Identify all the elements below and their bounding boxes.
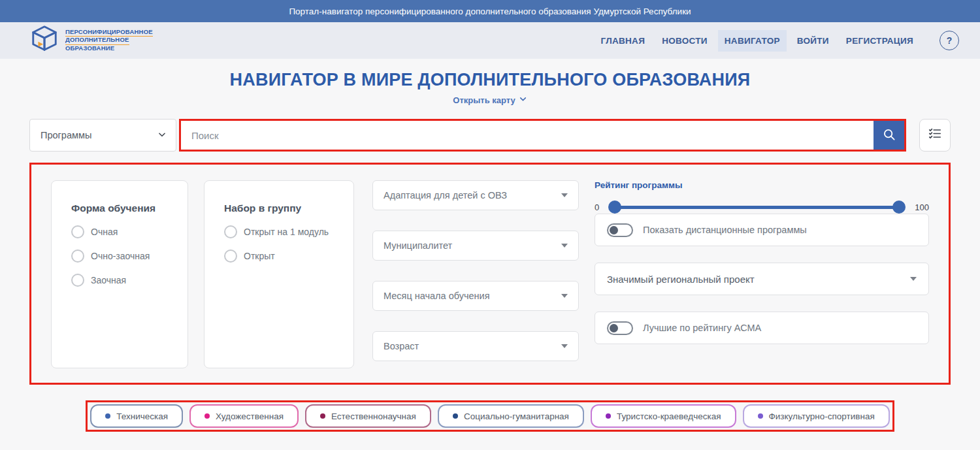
- category-dot-icon: [105, 413, 110, 419]
- slider-min-label: 0: [595, 202, 599, 212]
- category-dot-icon: [758, 413, 763, 419]
- nav-item-label: РЕГИСТРАЦИЯ: [846, 36, 913, 46]
- search-button[interactable]: [874, 121, 904, 150]
- category-chip[interactable]: Социально-гуманитарная: [438, 404, 584, 428]
- nav-item-label: ВОЙТИ: [797, 36, 829, 46]
- rating-filters-column: Рейтинг программы 0 100 Показать дистанц…: [595, 180, 929, 368]
- toggle-knob: [610, 226, 618, 234]
- checklist-view-button[interactable]: [919, 119, 951, 152]
- category-chip[interactable]: Естественнонаучная: [305, 404, 431, 428]
- help-label: ?: [947, 35, 953, 46]
- nav-item-навигатор[interactable]: НАВИГАТОР: [718, 30, 787, 52]
- radio-option[interactable]: Очно-заочная: [71, 249, 174, 263]
- category-chip[interactable]: Художественная: [189, 404, 299, 428]
- caret-down-icon: [910, 277, 917, 281]
- regional-project-label: Значимый региональный проект: [607, 274, 755, 285]
- filter-dropdown[interactable]: Муниципалитет: [372, 231, 579, 261]
- filter-dropdown[interactable]: Месяц начала обучения: [372, 281, 579, 311]
- radio-circle-icon: [71, 274, 84, 287]
- rating-label: Рейтинг программы: [595, 180, 929, 190]
- radio-option-label: Очно-заочная: [91, 251, 150, 261]
- filters-panel-annotation: Форма обучения Очная Очно-заочная Заочна…: [29, 163, 951, 385]
- open-map-label: Открыть карту: [453, 95, 515, 105]
- category-chip[interactable]: Туристско-краеведческая: [591, 404, 736, 428]
- dropdown-filters-column: Адаптация для детей с ОВЗ Муниципалитет …: [372, 180, 579, 368]
- asma-rating-box: Лучшие по рейтингу АСМА: [595, 312, 929, 344]
- slider-handle-max[interactable]: [892, 201, 906, 214]
- radio-circle-icon: [224, 249, 237, 263]
- category-chip-label: Естественнонаучная: [331, 411, 416, 421]
- radio-option[interactable]: Заочная: [71, 274, 174, 287]
- filter-dropdown-label: Муниципалитет: [384, 240, 452, 251]
- radio-option[interactable]: Открыт на 1 модуль: [224, 225, 340, 238]
- categories-row: Техническая Художественная Естественнона…: [0, 400, 980, 432]
- radio-option-label: Открыт на 1 модуль: [244, 227, 329, 237]
- search-type-value: Программы: [41, 130, 91, 140]
- rating-slider-row: 0 100: [595, 201, 929, 214]
- distance-programs-label: Показать дистанционные программы: [643, 225, 807, 235]
- nav-item-регистрация[interactable]: РЕГИСТРАЦИЯ: [840, 30, 920, 52]
- category-dot-icon: [204, 413, 210, 419]
- rating-slider[interactable]: [608, 201, 906, 214]
- cube-logo-icon: [29, 24, 59, 57]
- help-button[interactable]: ?: [939, 31, 959, 50]
- filter-dropdown-label: Возраст: [384, 341, 419, 351]
- nav-item-главная[interactable]: ГЛАВНАЯ: [595, 30, 652, 52]
- toggle-knob: [610, 324, 618, 332]
- radio-circle-icon: [224, 225, 237, 238]
- search-type-select[interactable]: Программы: [29, 119, 176, 152]
- radio-option-label: Заочная: [91, 275, 126, 285]
- group-card-title: Набор в группу: [224, 202, 340, 214]
- topbar: Портал-навигатор персонифицированного до…: [0, 0, 980, 22]
- header: ПЕРСОНИФИЦИРОВАННОЕ ДОПОЛНИТЕЛЬНОЕ ОБРАЗ…: [0, 22, 980, 59]
- radio-circle-icon: [71, 249, 84, 263]
- nav-item-войти[interactable]: ВОЙТИ: [791, 30, 836, 52]
- filter-dropdown-label: Месяц начала обучения: [384, 291, 490, 301]
- form-of-study-card: Форма обучения Очная Очно-заочная Заочна…: [51, 180, 188, 368]
- category-chip-label: Физкультурно-спортивная: [769, 411, 875, 421]
- caret-down-icon: [561, 244, 568, 248]
- category-chip-label: Социально-гуманитарная: [464, 411, 569, 421]
- distance-programs-box: Показать дистанционные программы: [595, 214, 929, 246]
- distance-programs-toggle[interactable]: [607, 223, 633, 237]
- open-map-link[interactable]: Открыть карту: [0, 95, 980, 105]
- category-chip-label: Техническая: [116, 411, 168, 421]
- regional-project-dropdown[interactable]: Значимый региональный проект: [595, 263, 929, 295]
- search-highlight-annotation: [179, 119, 906, 152]
- asma-rating-toggle[interactable]: [607, 321, 633, 335]
- search-icon: [882, 127, 896, 144]
- logo-text: ПЕРСОНИФИЦИРОВАННОЕ ДОПОЛНИТЕЛЬНОЕ ОБРАЗ…: [65, 29, 153, 52]
- radio-option-label: Очная: [91, 227, 118, 237]
- nav-item-label: ГЛАВНАЯ: [601, 36, 645, 46]
- slider-track: [613, 206, 900, 209]
- category-chip[interactable]: Техническая: [90, 404, 183, 428]
- page-title: НАВИГАТОР В МИРЕ ДОПОЛНИТЕЛЬНОГО ОБРАЗОВ…: [0, 70, 980, 90]
- radio-circle-icon: [71, 225, 84, 238]
- category-dot-icon: [320, 413, 325, 419]
- nav-item-новости[interactable]: НОВОСТИ: [655, 30, 714, 52]
- portal-title: Портал-навигатор персонифицированного до…: [289, 7, 691, 16]
- slider-max-label: 100: [915, 202, 929, 212]
- nav-item-label: НАВИГАТОР: [725, 36, 780, 46]
- category-chip-label: Художественная: [216, 411, 284, 421]
- search-row: Программы: [29, 119, 951, 152]
- radio-option[interactable]: Открыт: [224, 249, 340, 263]
- checklist-icon: [928, 127, 942, 144]
- category-dot-icon: [453, 413, 458, 419]
- group-enrollment-card: Набор в группу Открыт на 1 модуль Открыт: [204, 180, 354, 368]
- filter-dropdown[interactable]: Адаптация для детей с ОВЗ: [372, 180, 579, 210]
- site-logo[interactable]: ПЕРСОНИФИЦИРОВАННОЕ ДОПОЛНИТЕЛЬНОЕ ОБРАЗ…: [29, 24, 153, 57]
- radio-option[interactable]: Очная: [71, 225, 174, 238]
- caret-down-icon: [561, 344, 568, 348]
- chevron-down-icon: [157, 130, 167, 141]
- category-chip[interactable]: Физкультурно-спортивная: [743, 404, 890, 428]
- filter-dropdown[interactable]: Возраст: [372, 331, 579, 361]
- caret-down-icon: [561, 294, 568, 298]
- chevron-down-icon: [519, 95, 527, 105]
- nav-item-label: НОВОСТИ: [662, 36, 708, 46]
- slider-handle-min[interactable]: [608, 201, 621, 214]
- category-chip-label: Туристско-краеведческая: [617, 411, 721, 421]
- categories-annotation: Техническая Художественная Естественнона…: [86, 400, 894, 432]
- category-dot-icon: [606, 413, 611, 419]
- search-input[interactable]: [181, 121, 874, 150]
